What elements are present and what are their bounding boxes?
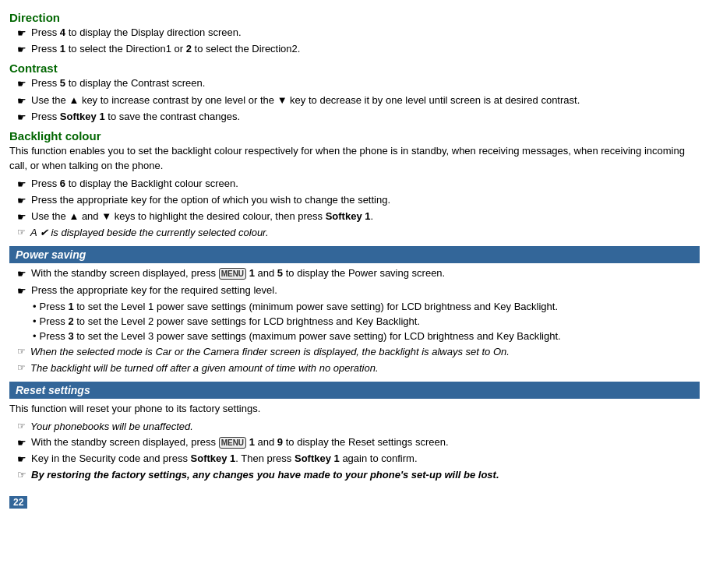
contrast-bullet-3: ☛ Press Softkey 1 to save the contrast c…	[17, 110, 700, 125]
direction-section: Direction ☛ Press 4 to display the Displ…	[9, 11, 700, 57]
note-icon-1: ☞	[17, 226, 26, 239]
power-saving-banner: Power saving	[9, 246, 700, 263]
power-saving-sub-3-text: Press 3 to set the Level 3 power save se…	[40, 329, 561, 343]
bullet-icon-7: ☛	[17, 194, 26, 208]
bullet-icon-3: ☛	[17, 77, 26, 91]
backlight-intro: This function enables you to set the bac…	[9, 144, 700, 174]
page-number: 22	[9, 496, 27, 509]
power-saving-note-2: ☞ The backlight will be turned off after…	[17, 361, 700, 375]
bullet-icon-5: ☛	[17, 111, 26, 125]
power-saving-note-1-text: When the selected mode is Car or the Cam…	[30, 345, 510, 359]
power-saving-bullet-1-text: With the standby screen displayed, press…	[31, 266, 700, 280]
note-icon-2: ☞	[17, 345, 26, 358]
bullet-icon-4: ☛	[17, 94, 26, 108]
reset-bullet-1-text: With the standby screen displayed, press…	[31, 435, 700, 449]
contrast-bullet-2: ☛ Use the ▲ key to increase contrast by …	[17, 93, 700, 108]
backlight-note: ☞ A ✔ is displayed beside the currently …	[17, 226, 700, 240]
power-saving-sub-1-text: Press 1 to set the Level 1 power save se…	[40, 300, 558, 314]
power-saving-sub-3: • Press 3 to set the Level 3 power save …	[33, 329, 700, 343]
reset-bullet-2-text: Key in the Security code and press Softk…	[31, 452, 700, 466]
backlight-bullet-1-text: Press 6 to display the Backlight colour …	[31, 177, 700, 191]
contrast-heading: Contrast	[9, 62, 700, 75]
reset-note: ☞ Your phonebooks will be unaffected.	[17, 420, 700, 434]
direction-bullet-2: ☛ Press 1 to select the Direction1 or 2 …	[17, 42, 700, 57]
note-icon-4: ☞	[17, 420, 26, 433]
power-saving-bullet-1: ☛ With the standby screen displayed, pre…	[17, 266, 700, 281]
sub-dot-3: •	[33, 329, 37, 343]
backlight-note-text: A ✔ is displayed beside the currently se…	[30, 226, 269, 240]
note-icon-3: ☞	[17, 361, 26, 375]
power-saving-bullet-2-text: Press the appropriate key for the requir…	[31, 283, 700, 298]
backlight-bullet-2: ☛ Press the appropriate key for the opti…	[17, 193, 700, 208]
power-saving-sub-2: • Press 2 to set the Level 2 power save …	[33, 315, 700, 329]
direction-bullet-1-text: Press 4 to display the Display direction…	[31, 26, 700, 40]
bullet-icon-11: ☛	[17, 436, 26, 450]
contrast-bullet-1: ☛ Press 5 to display the Contrast screen…	[17, 76, 700, 91]
contrast-bullet-1-text: Press 5 to display the Contrast screen.	[31, 76, 700, 90]
sub-dot-2: •	[33, 315, 37, 329]
bullet-icon-2: ☛	[17, 43, 26, 57]
reset-bullet-1: ☛ With the standby screen displayed, pre…	[17, 435, 700, 450]
reset-intro: This function will reset your phone to i…	[9, 402, 700, 417]
power-saving-note-1: ☞ When the selected mode is Car or the C…	[17, 345, 700, 359]
reset-settings-banner: Reset settings	[9, 382, 700, 399]
power-saving-bullet-2: ☛ Press the appropriate key for the requ…	[17, 283, 700, 298]
power-saving-sub-2-text: Press 2 to set the Level 2 power save se…	[40, 315, 420, 329]
bullet-icon-8: ☛	[17, 210, 26, 224]
reset-warning-text: By restoring the factory settings, any c…	[31, 468, 499, 482]
bullet-icon-10: ☛	[17, 284, 26, 298]
bullet-icon-12: ☛	[17, 452, 26, 467]
sub-dot-1: •	[33, 300, 37, 314]
power-saving-sub-1: • Press 1 to set the Level 1 power save …	[33, 300, 700, 314]
contrast-section: Contrast ☛ Press 5 to display the Contra…	[9, 62, 700, 125]
contrast-bullet-3-text: Press Softkey 1 to save the contrast cha…	[31, 110, 700, 124]
backlight-bullet-3-text: Use the ▲ and ▼ keys to highlight the de…	[31, 209, 700, 224]
contrast-bullet-2-text: Use the ▲ key to increase contrast by on…	[31, 93, 700, 107]
reset-settings-section: Reset settings This function will reset …	[9, 382, 700, 483]
direction-bullet-2-text: Press 1 to select the Direction1 or 2 to…	[31, 42, 700, 56]
backlight-bullet-1: ☛ Press 6 to display the Backlight colou…	[17, 177, 700, 192]
bullet-icon-6: ☛	[17, 178, 26, 192]
power-saving-note-2-text: The backlight will be turned off after a…	[30, 361, 379, 375]
page-number-bar: 22	[9, 491, 700, 509]
bullet-icon-9: ☛	[17, 267, 26, 281]
backlight-bullet-3: ☛ Use the ▲ and ▼ keys to highlight the …	[17, 209, 700, 224]
backlight-section: Backlight colour This function enables y…	[9, 129, 700, 240]
reset-note-text: Your phonebooks will be unaffected.	[30, 420, 193, 434]
backlight-heading: Backlight colour	[9, 129, 700, 143]
reset-bullet-2: ☛ Key in the Security code and press Sof…	[17, 452, 700, 467]
bullet-icon-1: ☛	[17, 26, 26, 40]
direction-bullet-1: ☛ Press 4 to display the Display directi…	[17, 26, 700, 40]
direction-heading: Direction	[9, 11, 700, 24]
reset-warning: ☞ By restoring the factory settings, any…	[17, 468, 700, 482]
warning-icon: ☞	[17, 468, 26, 482]
backlight-bullet-2-text: Press the appropriate key for the option…	[31, 193, 700, 207]
power-saving-section: Power saving ☛ With the standby screen d…	[9, 246, 700, 375]
